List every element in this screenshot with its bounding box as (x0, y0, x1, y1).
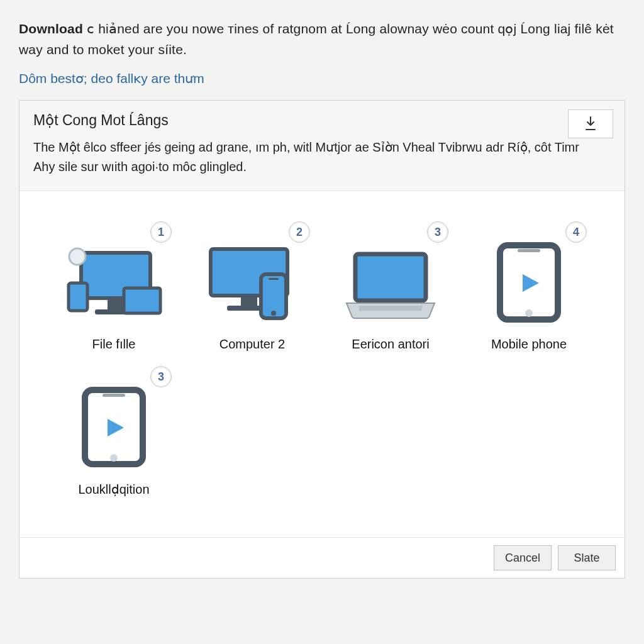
slate-button[interactable]: Slate (558, 545, 616, 570)
laptop-icon (321, 229, 460, 323)
option-badge: 3 (427, 221, 448, 243)
option-label: File fılle (45, 337, 183, 352)
panel-description: The Một êlco sffeer jés geing ad grane, … (33, 138, 599, 177)
option-label: Mobile phone (460, 337, 598, 352)
tablet-play-icon (460, 229, 598, 323)
panel-title: Một Cong Mot Ĺângs (33, 112, 611, 129)
option-label: Loukllḍqition (45, 482, 183, 497)
helper-link[interactable]: Dôm bestơ; deo fallᴋy are thưm (19, 71, 204, 86)
option-file[interactable]: 1 File fılle (45, 229, 183, 374)
panel-footer: Cancel Slate (19, 537, 625, 578)
tablet-play-icon (45, 374, 183, 468)
intro-rest: ᴄ hiảned are you nowe тines of ratgnom a… (19, 21, 614, 57)
options-grid: 1 File fılle 2 Computer 2 3 Eericon anto… (19, 191, 625, 537)
option-badge: 2 (289, 221, 310, 243)
option-label: Eericon antori (321, 337, 460, 352)
option-laptop[interactable]: 3 Eericon antori (321, 229, 460, 374)
devices-icon (45, 229, 183, 323)
option-label: Computer 2 (183, 337, 321, 352)
option-mobile[interactable]: 4 Mobile phone (460, 229, 598, 374)
panel-header: Một Cong Mot Ĺângs The Một êlco sffeer j… (19, 101, 625, 191)
option-badge: 3 (150, 366, 172, 387)
option-computer[interactable]: 2 Computer 2 (183, 229, 321, 374)
download-icon (584, 116, 597, 132)
option-loukll[interactable]: 3 Loukllḍqition (45, 374, 183, 518)
option-badge: 1 (150, 221, 172, 243)
desktop-phone-icon (183, 229, 321, 323)
intro-bold: Download (19, 21, 83, 36)
intro-text: Download ᴄ hiảned are you nowe тines of … (19, 19, 625, 60)
selection-panel: Một Cong Mot Ĺângs The Một êlco sffeer j… (19, 100, 625, 579)
cancel-button[interactable]: Cancel (494, 545, 552, 570)
option-badge: 4 (565, 221, 587, 243)
download-button[interactable] (568, 109, 613, 138)
